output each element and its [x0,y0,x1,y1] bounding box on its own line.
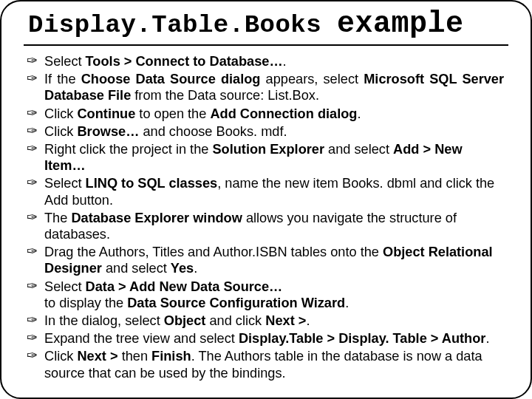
bullet-item: Click Next > then Finish. The Authors ta… [44,348,504,381]
title-word-2: example [337,7,464,41]
bullet-item: Click Continue to open the Add Connectio… [44,106,504,122]
bullet-item: The Database Explorer window allows you … [44,210,504,242]
bullet-item: Expand the tree view and select Display.… [44,330,504,347]
title-word-1: Display.Table.Books [28,11,321,39]
bullet-item: Right click the project in the Solution … [44,141,504,174]
slide-frame: Display.Table.Books example Select Tools… [0,0,532,399]
title-underline [24,44,508,46]
bullet-item: Click Browse… and choose Books. mdf. [44,123,504,140]
bullet-item: Select Tools > Connect to Database…. [44,53,504,69]
slide-title: Display.Table.Books example [28,9,508,40]
bullet-item: Select LINQ to SQL classes, name the new… [44,175,504,208]
bullet-item: If the Choose Data Source dialog appears… [44,71,504,103]
bullet-item: In the dialog, select Object and click N… [44,313,504,329]
bullet-list: Select Tools > Connect to Database….If t… [24,53,508,381]
bullet-item: Select Data > Add New Data Source…to dis… [44,279,504,311]
bullet-item: Drag the Authors, Titles and Author.ISBN… [44,244,504,276]
